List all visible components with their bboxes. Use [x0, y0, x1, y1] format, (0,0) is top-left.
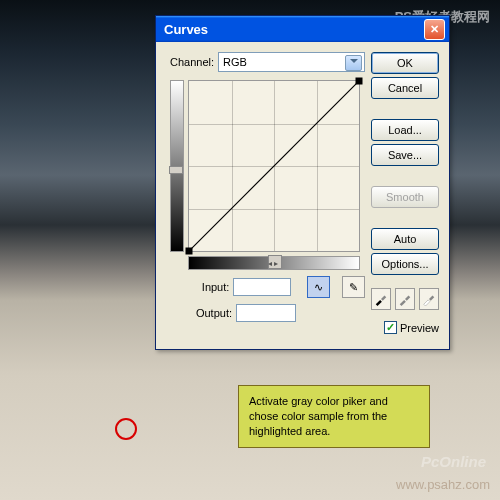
- slider-handle-icon[interactable]: ◂▸: [268, 259, 280, 268]
- curve-smooth-icon: ∿: [314, 281, 323, 294]
- eyedropper-row: [371, 288, 439, 310]
- load-button[interactable]: Load...: [371, 119, 439, 141]
- curve-point-end[interactable]: [356, 78, 363, 85]
- eyedropper-gray-button[interactable]: [395, 288, 415, 310]
- chevron-down-icon: [350, 59, 358, 63]
- horizontal-gradient[interactable]: ◂▸: [188, 256, 360, 270]
- input-field[interactable]: [233, 278, 291, 296]
- dialog-title: Curves: [164, 22, 424, 37]
- output-row: Output:: [170, 304, 365, 322]
- channel-select[interactable]: RGB: [218, 52, 365, 72]
- preview-label[interactable]: Preview: [400, 322, 439, 334]
- graph-row: [170, 80, 365, 252]
- hgrad-row: ◂▸: [188, 256, 365, 270]
- preview-checkbox[interactable]: ✓: [384, 321, 397, 334]
- curve-freehand-button[interactable]: ✎: [342, 276, 365, 298]
- curves-dialog: Curves ✕ Channel: RGB: [155, 15, 450, 350]
- svg-line-0: [189, 81, 359, 251]
- watermark-bottom-right: PcOnline: [421, 453, 486, 470]
- curve-freehand-icon: ✎: [349, 281, 358, 294]
- checkmark-icon: ✓: [386, 321, 395, 334]
- channel-row: Channel: RGB: [170, 52, 365, 72]
- curves-graph[interactable]: [188, 80, 360, 252]
- input-row: Input: ∿ ✎: [170, 276, 365, 298]
- eyedropper-black-icon: [374, 292, 388, 306]
- eyedropper-black-button[interactable]: [371, 288, 391, 310]
- eyedropper-white-button[interactable]: [419, 288, 439, 310]
- cancel-button[interactable]: Cancel: [371, 77, 439, 99]
- options-button[interactable]: Options...: [371, 253, 439, 275]
- eyedropper-gray-icon: [398, 292, 412, 306]
- output-field[interactable]: [236, 304, 296, 322]
- save-button[interactable]: Save...: [371, 144, 439, 166]
- curve-line[interactable]: [189, 81, 359, 251]
- smooth-button: Smooth: [371, 186, 439, 208]
- dialog-titlebar[interactable]: Curves ✕: [156, 16, 449, 42]
- close-button[interactable]: ✕: [424, 19, 445, 40]
- highlight-circle: [115, 418, 137, 440]
- annotation-note: Activate gray color piker and chose colo…: [238, 385, 430, 448]
- vertical-gradient[interactable]: [170, 80, 184, 252]
- button-column: OK Cancel Load... Save... Smooth Auto Op…: [371, 52, 439, 334]
- eyedropper-white-icon: [422, 292, 436, 306]
- input-label: Input:: [170, 281, 229, 293]
- preview-row: ✓ Preview: [371, 321, 439, 334]
- channel-label: Channel:: [170, 56, 214, 68]
- watermark-bottom-url: www.psahz.com: [396, 477, 490, 492]
- output-label: Output:: [170, 307, 232, 319]
- auto-button[interactable]: Auto: [371, 228, 439, 250]
- curve-smooth-button[interactable]: ∿: [307, 276, 330, 298]
- ok-button[interactable]: OK: [371, 52, 439, 74]
- curves-panel: Channel: RGB: [170, 52, 365, 334]
- dialog-body: Channel: RGB: [156, 42, 449, 344]
- curve-point-start[interactable]: [186, 248, 193, 255]
- channel-value: RGB: [223, 56, 247, 68]
- close-icon: ✕: [430, 23, 439, 36]
